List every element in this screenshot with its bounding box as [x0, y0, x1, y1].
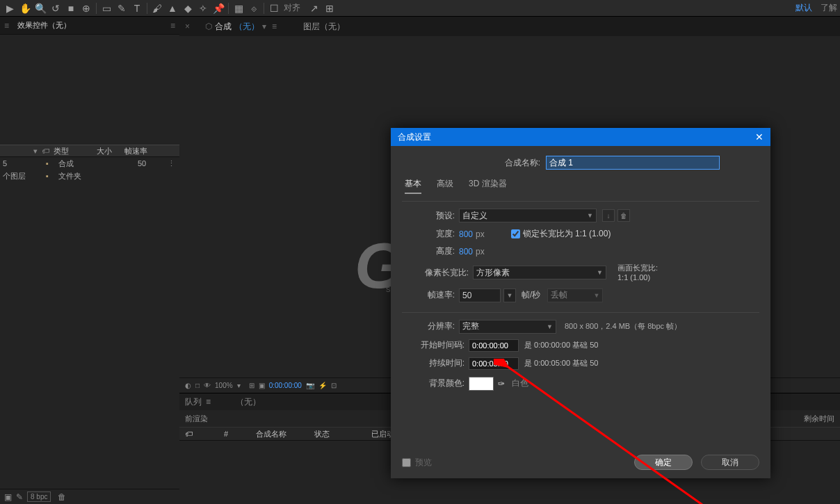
zoom-tool-icon[interactable]: 🔍 [33, 1, 47, 15]
eyedropper-icon[interactable]: ✑ [498, 379, 505, 389]
tab-basic[interactable]: 基本 [405, 178, 421, 194]
comp-icon: ▪ [46, 159, 56, 168]
hand-tool-icon[interactable]: ✋ [18, 1, 32, 15]
fps-stepper[interactable]: ▼ [503, 288, 516, 302]
snap-misc-icon[interactable]: ⊞ [323, 1, 337, 15]
row-id: 5 [3, 159, 6, 168]
chevron-down-icon: ▼ [593, 292, 599, 299]
separator [264, 3, 264, 14]
viewer-tab-bar: × ⬡ 合成 （无） ▾ ≡ 图层（无） [179, 17, 840, 36]
rq-col-status[interactable]: 状态 [314, 429, 330, 439]
rq-col-hash[interactable]: # [224, 430, 228, 438]
duration-label: 持续时间: [402, 357, 465, 369]
brush-tool-icon[interactable]: 🖌 [150, 1, 164, 15]
effect-controls-tab[interactable]: 效果控件（无） [15, 19, 74, 32]
footer-icon[interactable]: ◐ [185, 382, 191, 389]
footer-icon[interactable]: ⚡ [318, 382, 327, 389]
footer-icon[interactable]: 📷 [306, 382, 314, 389]
clone-tool-icon[interactable]: ▲ [165, 1, 179, 15]
bg-color-swatch[interactable] [469, 377, 494, 391]
footer-icon[interactable]: ⊡ [331, 382, 337, 389]
text-tool-icon[interactable]: T [130, 1, 144, 15]
row-name: 个图层 [3, 171, 38, 181]
workspace-default[interactable]: 默认 [795, 2, 812, 14]
workspace-learn[interactable]: 了解 [821, 2, 837, 14]
dropdown-icon[interactable]: ▾ [262, 22, 266, 31]
footer-icon[interactable]: ✎ [16, 492, 23, 502]
sort-arrow-icon[interactable]: ▾ [33, 147, 38, 156]
delete-preset-icon[interactable]: 🗑 [617, 209, 630, 222]
comp-tab-label: 合成 [215, 21, 232, 33]
col-fps[interactable]: 帧速率 [124, 146, 147, 156]
preview-checkbox[interactable]: 预览 [402, 457, 432, 469]
footer-icon[interactable]: □ [195, 382, 200, 389]
snap-arrow-icon[interactable]: ↗ [307, 1, 321, 15]
res-value: 完整 [462, 320, 479, 332]
resolution-dropdown[interactable]: 完整 ▼ [459, 320, 556, 334]
lock-aspect-input[interactable] [511, 229, 520, 238]
preview-checkbox-input[interactable] [402, 458, 411, 467]
tab-3d-renderer[interactable]: 3D 渲染器 [469, 178, 507, 194]
puppet-tool-icon[interactable]: 📌 [211, 1, 225, 15]
col-type[interactable]: 类型 [54, 146, 97, 156]
tab-advanced[interactable]: 高级 [437, 178, 453, 194]
comp-name-input[interactable] [546, 156, 720, 170]
rq-col-tag[interactable]: 🏷 [185, 430, 196, 438]
composition-settings-dialog: 合成设置 ✕ 合成名称: 基本 高级 3D 渲染器 预设: 自定义 ▼ ↓ 🗑 [391, 128, 770, 478]
rq-col-comp[interactable]: 合成名称 [256, 429, 286, 439]
tag-column-icon[interactable]: 🏷 [42, 147, 49, 155]
rq-tab[interactable]: 队列 [185, 396, 202, 408]
pan-behind-tool-icon[interactable]: ⊕ [79, 1, 93, 15]
col-size[interactable]: 大小 [97, 146, 124, 156]
footer-icon[interactable]: 👁 [204, 382, 211, 389]
pixel-aspect-dropdown[interactable]: 方形像素 ▼ [473, 266, 606, 279]
start-timecode-input[interactable]: 0:00:00:00 [469, 339, 519, 352]
snap-icon[interactable]: ⟐ [247, 1, 261, 15]
eraser-tool-icon[interactable]: ◆ [181, 1, 195, 15]
separator [147, 3, 147, 14]
ok-button[interactable]: 确定 [634, 455, 693, 470]
selection-tool-icon[interactable]: ▶ [3, 1, 17, 15]
row-fps: 50 [138, 159, 146, 168]
preset-dropdown[interactable]: 自定义 ▼ [459, 209, 597, 222]
composition-tab[interactable]: ⬡ 合成 （无） ▾ ≡ [205, 21, 277, 33]
chevron-down-icon: ▼ [587, 212, 593, 219]
dropdown-icon[interactable]: ▾ [237, 382, 241, 389]
tab-close-icon[interactable]: × [185, 22, 190, 31]
time-display[interactable]: 0:00:00:00 [269, 382, 302, 389]
layer-tab-label: 图层（无） [303, 21, 345, 33]
width-value[interactable]: 800 [459, 229, 473, 239]
pen-tool-icon[interactable]: ✎ [115, 1, 129, 15]
footer-icon[interactable]: ⊞ [249, 382, 255, 389]
footer-icon[interactable]: ▣ [259, 382, 265, 389]
dialog-titlebar[interactable]: 合成设置 ✕ [391, 128, 770, 146]
project-row[interactable]: 个图层 ▪ 文件夹 [0, 170, 179, 182]
lock-aspect-checkbox[interactable]: 锁定长宽比为 1:1 (1.00) [511, 228, 611, 240]
rq-menu-icon[interactable]: ≡ [206, 397, 211, 407]
align-toggle-icon[interactable]: ☐ [267, 1, 281, 15]
duration-input[interactable]: 0:00:05:00 [469, 357, 519, 370]
grid-icon[interactable]: ▦ [232, 1, 245, 15]
camera-tool-icon[interactable]: ■ [64, 1, 78, 15]
row-type: 合成 [58, 158, 102, 169]
bpc-indicator[interactable]: 8 bpc [27, 491, 51, 502]
project-row[interactable]: 5 ▪ 合成 50 ⋮ [0, 157, 179, 170]
panel-menu-icon[interactable]: ≡ [4, 21, 9, 31]
roto-tool-icon[interactable]: ✧ [196, 1, 210, 15]
trash-icon[interactable]: 🗑 [58, 492, 66, 502]
dropframe-dropdown[interactable]: 丢帧 ▼ [547, 288, 603, 302]
close-icon[interactable]: ✕ [755, 131, 764, 143]
zoom-value[interactable]: 100% [215, 382, 233, 389]
project-panel: 5 ▪ 合成 50 ⋮ 个图层 ▪ 文件夹 [0, 157, 179, 489]
orbit-tool-icon[interactable]: ↺ [49, 1, 63, 15]
cancel-button[interactable]: 取消 [701, 455, 759, 470]
tab-menu-icon[interactable]: ≡ [272, 22, 277, 31]
layer-tab[interactable]: 图层（无） [303, 21, 345, 33]
footer-icon[interactable]: ▣ [4, 492, 12, 502]
height-value[interactable]: 800 [459, 247, 473, 257]
save-preset-icon[interactable]: ↓ [602, 209, 615, 222]
panel-menu-icon[interactable]: ≡ [170, 21, 175, 31]
framerate-dropdown[interactable]: 50 [459, 288, 501, 302]
effect-controls-tab-bar: ≡ 效果控件（无） ≡ [0, 17, 179, 35]
rect-tool-icon[interactable]: ▭ [99, 1, 113, 15]
